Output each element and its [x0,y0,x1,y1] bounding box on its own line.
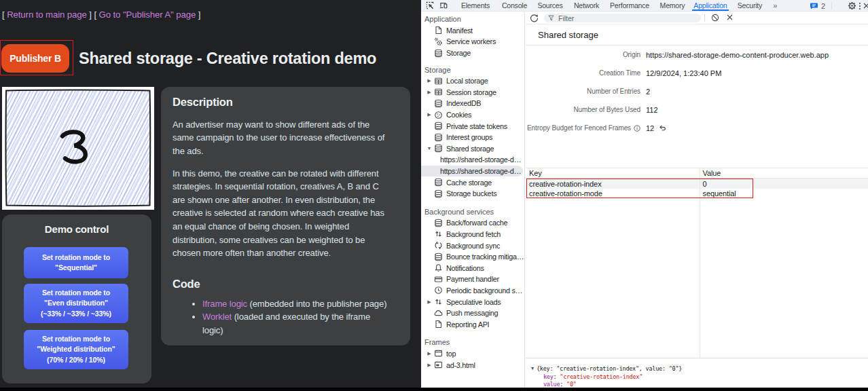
table-icon [434,77,443,86]
sidebar-item-payment-handler[interactable]: Payment handler [421,274,524,285]
database-icon [434,133,443,142]
tab-memory[interactable]: Memory [656,0,689,11]
devtools-tabbar: ElementsConsoleSourcesNetworkPerformance… [421,0,868,12]
meta-label-text: Creation Time [599,69,640,77]
sidebar-item-service-workers[interactable]: Service workers [421,36,524,48]
sidebar-item-push-messaging[interactable]: Push messaging [421,308,524,319]
reset-budget-icon[interactable] [659,124,666,132]
tab-security[interactable]: Security [734,0,766,11]
refresh-icon[interactable] [530,14,539,22]
description-paragraph: In this demo, the creative can be rotate… [173,167,399,260]
sidebar-item-reporting-api[interactable]: Reporting API [421,318,524,330]
sidebar-item-label: Payment handler [446,275,499,283]
fetch-icon [434,229,443,238]
filter-placeholder: Filter [558,14,574,22]
triangle-right-icon[interactable]: ▶ [427,78,432,83]
inspect-element-icon[interactable] [426,1,434,10]
triangle-right-icon[interactable]: ▶ [427,90,432,95]
clear-icon[interactable] [711,14,720,22]
nav-link-main-page[interactable]: Return to main page [7,10,87,20]
sidebar-item-label: top [446,350,456,358]
triangle-down-icon[interactable]: ▼ [427,146,432,151]
tab-application[interactable]: Application [689,0,731,11]
set-weighted-distribution-button[interactable]: Set rotation mode to "Weighted distribut… [24,330,128,369]
sidebar-item-label: Service workers [446,37,496,45]
page-nav: [ Return to main page ] [ Go to "Publish… [2,10,200,20]
tab-performance[interactable]: Performance [606,0,653,11]
sidebar-item-label: Storage [446,49,471,57]
sidebar-item-label: Manifest [446,26,473,35]
sidebar-item-notifications[interactable]: Notifications [421,262,524,274]
publisher-b-badge[interactable]: Publisher B [1,44,69,73]
sidebar-item-https-shared-storage-d[interactable]: https://shared-storage-d… [421,154,524,166]
issues-count: 2 [821,2,825,10]
sidebar-item-background-fetch[interactable]: Background fetch [421,229,524,240]
sidebar-item-session-storage[interactable]: ▶Session storage [421,87,524,98]
triangle-right-icon[interactable]: ▶ [427,362,432,368]
tab-sources[interactable]: Sources [533,0,566,11]
more-tabs-button[interactable]: » [766,1,778,10]
sidebar-item-periodic-background-s[interactable]: Periodic background s… [421,285,524,297]
meta-label-text: Number of Entries [587,88,640,95]
database-icon [434,219,443,227]
sidebar-item-top[interactable]: ▶top [421,348,524,360]
set-sequential-button[interactable]: Set rotation mode to "Sequential" [24,247,128,278]
database-icon [434,178,443,187]
code-bullet: Worklet (loaded and executed by the ifra… [202,310,399,337]
sidebar-item-local-storage[interactable]: ▶Local storage [421,75,524,87]
grid-header[interactable]: Key Value [526,168,868,179]
shared-storage-toolbar: Filter [526,12,868,24]
card-icon [434,275,443,284]
meta-value: 12/9/2024, 1:23:40 PM [646,69,721,77]
ad-creative-3 [2,87,154,210]
sidebar-item-speculative-loads[interactable]: ▶Speculative loads [421,296,524,308]
sidebar-item-bounce-tracking-mitiga[interactable]: Bounce tracking mitiga… [421,251,524,263]
sidebar-item-cache-storage[interactable]: Cache storage [421,176,524,188]
triangle-right-icon[interactable]: ▶ [427,351,432,356]
database-icon [434,122,443,130]
filter-input[interactable]: Filter [544,14,701,23]
sidebar-item-indexeddb[interactable]: IndexedDB [421,98,524,109]
sidebar-item-private-state-tokens[interactable]: Private state tokens [421,120,524,132]
sidebar-item-storage-buckets[interactable]: Storage buckets [421,188,524,200]
tab-elements[interactable]: Elements [457,0,494,11]
devtools-tabs: ElementsConsoleSourcesNetworkPerformance… [454,0,766,11]
sidebar-item-cookies[interactable]: ▶Cookies [421,109,524,121]
sidebar-item-back-forward-cache[interactable]: Back/forward cache [421,217,524,229]
sidebar-item-storage[interactable]: Storage [421,48,524,59]
entry-preview-pane: ▼{key: "creative-rotation-index", value:… [526,358,868,388]
sidebar-item-manifest[interactable]: Manifest [421,25,524,37]
set-even-distribution-button[interactable]: Set rotation mode to "Even distribution"… [24,284,128,323]
grid-header-key: Key [526,169,700,177]
sidebar-item-background-sync[interactable]: Background sync [421,240,524,251]
sidebar-section-storage: Storage▶Local storage▶Session storageInd… [421,64,524,199]
triangle-right-icon[interactable]: ▶ [427,112,432,117]
tab-console[interactable]: Console [498,0,531,11]
tab-network[interactable]: Network [570,0,603,11]
iframe-logic-link[interactable]: Iframe logic [202,299,247,309]
delete-selected-icon[interactable] [726,14,735,22]
settings-gear-icon[interactable] [847,1,856,11]
triangle-right-icon[interactable]: ▶ [427,299,432,305]
nav-link-publisher-a[interactable]: Go to "Publisher A" page [99,10,196,20]
service-worker-icon [434,37,443,46]
database-icon [434,144,443,153]
toolbar-separator [704,14,705,22]
triangle-down-icon[interactable]: ▼ [531,366,534,371]
code-bullet: Iframe logic (embedded into the publishe… [202,297,399,311]
sidebar-item-shared-storage[interactable]: ▼Shared storage [421,143,524,155]
worklet-link[interactable]: Worklet [202,312,232,322]
device-toolbar-icon[interactable] [439,1,448,10]
close-devtools-icon[interactable] [861,1,868,11]
info-icon[interactable] [634,125,640,132]
sidebar-item-label: Background sync [446,242,500,250]
issues-button[interactable]: 2 [810,2,825,10]
meta-label-text: Entropy Budget for Fenced Frames [527,124,631,132]
meta-label: Creation Time [526,69,640,77]
sidebar-section-header: Application [421,14,524,25]
sidebar-item-https-shared-storage-d[interactable]: https://shared-storage-d… [421,166,524,177]
sidebar-item-ad-3-html[interactable]: ▶ad-3.html [421,359,524,371]
description-panel: Description An advertiser may want to sh… [161,87,410,346]
preview-summary-line[interactable]: ▼{key: "creative-rotation-index", value:… [526,365,868,373]
sidebar-item-interest-groups[interactable]: Interest groups [421,132,524,143]
